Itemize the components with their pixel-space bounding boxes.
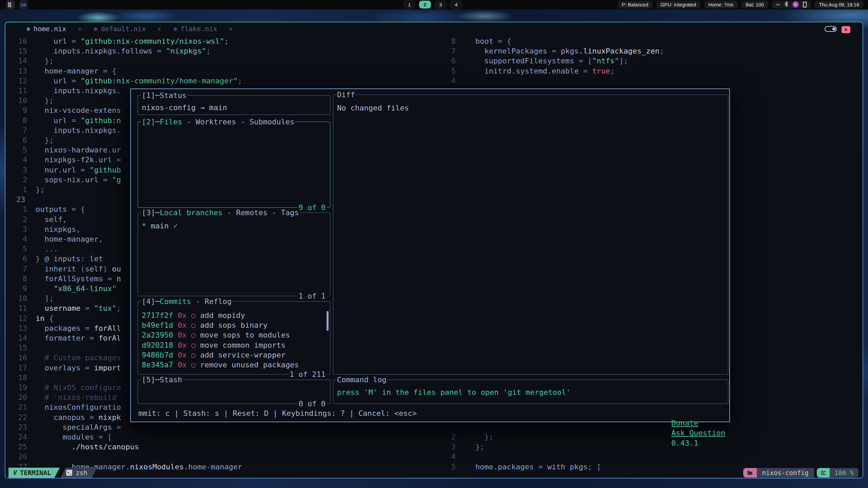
commits-panel-tabs[interactable]: - Reflog (191, 297, 232, 306)
commits-count: 1 of 211 (288, 370, 327, 379)
nix-snowflake-icon: ❄ (26, 25, 30, 33)
vim-mode-icon: V (13, 468, 17, 478)
lazygit-branches-panel[interactable]: [3]─Local branches - Remotes - Tags * ma… (138, 212, 330, 296)
workspace-button-3[interactable]: 3 (435, 1, 447, 8)
code-line: 2 }; (446, 432, 493, 442)
tab-flake.nix[interactable]: ❄flake.nix× (173, 25, 233, 33)
code-line: 8boot = { (446, 36, 511, 46)
dollar-n-app-icon[interactable]: $N (19, 0, 28, 9)
code-line: 7 kernelPackages = pkgs.linuxPackages_ze… (446, 46, 664, 56)
bluetooth-icon[interactable] (784, 1, 788, 8)
scroll-segment-icon (817, 468, 830, 477)
shell-label: zsh (76, 468, 87, 478)
power-profile-pill: P: Balanced (618, 1, 652, 8)
mode-segment: V TERMINAL (8, 468, 60, 478)
stash-panel-title: Stash (160, 375, 182, 384)
lazygit-floating-pane: [1]─Status nixos-config → main [2]─Files… (130, 88, 730, 422)
commit-row[interactable]: d920218 0x ○ move common imports (138, 340, 330, 350)
files-panel-tabs[interactable]: - Worktrees - Submodules (182, 118, 294, 126)
status-panel-label: [1]─ (142, 91, 160, 100)
shell-segment[interactable]: >_ zsh (61, 468, 97, 478)
line-number: 4 (446, 452, 456, 462)
repo-name-segment: nixos-config (757, 468, 814, 477)
ping-pill: Home: 7ms (704, 1, 737, 8)
stash-count: 0 of 0 (297, 399, 327, 408)
commit-row[interactable]: b49ef1d 0x ○ add sops binary (138, 320, 330, 330)
lazygit-command-log-panel[interactable]: Command log press 'M' in the files panel… (333, 380, 728, 404)
top-status-bar: $N 1234 P: Balanced GPU: Integrated Home… (0, 0, 868, 9)
nix-snowflake-icon: ❄ (94, 25, 98, 33)
branches-panel-tab[interactable]: Local branches (160, 208, 222, 217)
diff-panel-title: Diff (337, 90, 355, 99)
tab-label: home.nix (34, 25, 66, 33)
branches-panel-label: [3]─ (142, 208, 160, 217)
lazygit-version: 0.43.1 (671, 439, 698, 447)
nix-snowflake-icon: ❄ (173, 25, 177, 33)
commits-scrollbar[interactable] (327, 311, 329, 331)
ask-question-link[interactable]: Ask Question (671, 429, 725, 437)
tab-close-icon[interactable]: × (157, 25, 161, 33)
commit-list: 2717f2f 0x ○ add mopidyb49ef1d 0x ○ add … (138, 302, 330, 370)
commits-panel-tab[interactable]: Commits (160, 297, 191, 306)
lazygit-stash-panel[interactable]: [5]─Stash 0 of 0 (138, 380, 330, 404)
tab-default.nix[interactable]: ❄default.nix× (94, 25, 161, 33)
scissors-icon[interactable]: ✂ (776, 2, 781, 8)
gpu-pill: GPU: Integrated (656, 1, 700, 8)
lazygit-commits-panel[interactable]: [4]─Commits - Reflog 2717f2f 0x ○ add mo… (138, 301, 330, 374)
workspace-switcher: 1234 (403, 1, 462, 8)
terminal-window: ❄home.nix×❄default.nix×❄flake.nix× × 16 … (5, 22, 863, 479)
code-line: 4 (446, 76, 475, 86)
tab-label: flake.nix (180, 25, 217, 33)
terminal-prompt-icon: >_ (66, 470, 72, 476)
lines-icon (821, 471, 826, 475)
command-log-content: press 'M' in the files panel to open 'gi… (333, 380, 728, 396)
diff-content: No changed files (333, 95, 728, 112)
float-toggle[interactable] (825, 26, 837, 32)
clock-pill: Thu Aug 08, 18:16 (815, 1, 863, 8)
battery-pill: Bat: 100 (742, 1, 768, 8)
line-number: 2 (446, 432, 456, 442)
keybindings-hint-line: mmit: c | Stash: s | Reset: D | Keybindi… (138, 408, 417, 418)
lazygit-status-panel[interactable]: [1]─Status nixos-config → main (138, 95, 330, 115)
status-panel-title: Status (160, 91, 186, 100)
commits-panel-label: [4]─ (142, 297, 160, 306)
line-number: 7 (446, 46, 456, 56)
zellij-status-bar: V TERMINAL >_ zsh nixos-config 100 % (5, 468, 863, 478)
workspace-button-1[interactable]: 1 (403, 1, 415, 8)
commit-row[interactable]: 8e345a7 0x ○ remove unused packages (138, 360, 330, 370)
donate-link[interactable]: Donate (671, 419, 698, 427)
folder-icon (747, 470, 753, 475)
commit-row[interactable]: 9486b7d 0x ○ add service-wrapper (138, 350, 330, 360)
phone-icon[interactable] (803, 2, 807, 7)
flame-app-icon[interactable] (792, 1, 799, 8)
editor-tab-bar: ❄home.nix×❄default.nix×❄flake.nix× (5, 22, 863, 35)
window-close-button[interactable]: × (842, 26, 850, 33)
code-line: 4 (446, 452, 475, 462)
tab-close-icon[interactable]: × (229, 25, 233, 33)
lazygit-diff-panel[interactable]: Diff No changed files (333, 95, 728, 374)
code-line: 5 initrd.systemd.enable = true; (446, 66, 615, 76)
commit-row[interactable]: 2717f2f 0x ○ add mopidy (138, 310, 330, 320)
files-panel-tab[interactable]: Files (160, 118, 182, 126)
folder-segment (743, 468, 757, 477)
tab-label: default.nix (101, 25, 145, 33)
scroll-percentage: 100 % (830, 468, 859, 477)
commit-row[interactable]: 2a23950 0x ○ move sops to modules (138, 330, 330, 340)
workspace-button-4[interactable]: 4 (450, 1, 462, 8)
files-panel-label: [2]─ (142, 118, 160, 126)
line-number: 8 (446, 36, 456, 46)
workspace-button-2[interactable]: 2 (419, 1, 431, 8)
branches-panel-tabs[interactable]: - Remotes - Tags (222, 208, 299, 217)
line-number: 6 (446, 56, 456, 66)
stash-panel-label: [5]─ (142, 375, 160, 384)
tab-home.nix[interactable]: ❄home.nix× (26, 25, 82, 33)
apps-grid-icon[interactable] (6, 0, 15, 9)
line-number: 3 (446, 442, 456, 452)
lazygit-files-panel[interactable]: [2]─Files - Worktrees - Submodules 0 of … (138, 122, 330, 208)
files-count: 0 of 0 (297, 203, 327, 212)
line-number: 4 (446, 76, 456, 86)
tab-close-icon[interactable]: × (78, 25, 81, 33)
code-line: 6 supportedFilesystems = ["ntfs"]; (446, 56, 628, 66)
system-tray: ✂ (772, 1, 811, 8)
code-line: 3}; (446, 442, 485, 452)
